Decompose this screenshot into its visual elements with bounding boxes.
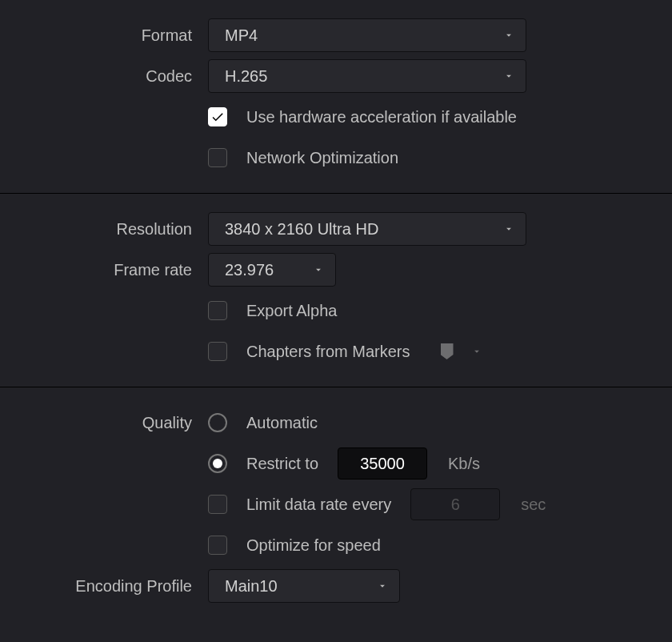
quality-auto-label: Automatic	[246, 414, 318, 432]
restrict-unit: Kb/s	[448, 455, 480, 473]
restrict-value-input[interactable]	[338, 447, 427, 479]
quality-restrict-label: Restrict to	[246, 455, 318, 473]
net-opt-label: Network Optimization	[246, 149, 398, 167]
marker-icon	[441, 343, 454, 359]
limit-rate-label: Limit data rate every	[246, 496, 391, 514]
resolution-select[interactable]: 3840 x 2160 Ultra HD	[208, 212, 526, 246]
chevron-down-icon	[503, 70, 514, 82]
chevron-down-icon	[503, 223, 514, 235]
quality-label: Quality	[0, 414, 208, 432]
limit-rate-value-input	[410, 488, 500, 520]
chapters-checkbox[interactable]	[208, 342, 227, 361]
resolution-label: Resolution	[0, 220, 208, 239]
export-alpha-label: Export Alpha	[246, 302, 337, 320]
quality-restrict-radio[interactable]	[208, 454, 227, 473]
export-alpha-checkbox[interactable]	[208, 301, 227, 320]
codec-select[interactable]: H.265	[208, 59, 526, 93]
format-select[interactable]: MP4	[208, 18, 526, 52]
chevron-down-icon	[503, 30, 514, 41]
codec-value: H.265	[225, 67, 267, 86]
hw-accel-label: Use hardware acceleration if available	[246, 108, 517, 126]
hw-accel-checkbox[interactable]	[208, 107, 227, 126]
limit-rate-unit: sec	[521, 496, 546, 514]
chevron-down-icon	[377, 580, 388, 592]
format-value: MP4	[225, 26, 258, 45]
quality-auto-radio[interactable]	[208, 413, 227, 432]
frame-rate-label: Frame rate	[0, 261, 208, 279]
frame-rate-value: 23.976	[225, 261, 274, 279]
encoding-profile-value: Main10	[225, 577, 278, 596]
codec-label: Codec	[0, 67, 208, 86]
limit-rate-checkbox[interactable]	[208, 495, 227, 514]
net-opt-checkbox[interactable]	[208, 148, 227, 167]
frame-rate-select[interactable]: 23.976	[208, 253, 336, 287]
optimize-speed-label: Optimize for speed	[246, 536, 381, 555]
chevron-down-icon[interactable]	[471, 346, 482, 357]
chapters-label: Chapters from Markers	[246, 343, 410, 361]
chevron-down-icon	[313, 264, 324, 275]
encoding-profile-label: Encoding Profile	[0, 577, 208, 596]
optimize-speed-checkbox[interactable]	[208, 536, 227, 555]
encoding-profile-select[interactable]: Main10	[208, 569, 400, 603]
check-icon	[210, 110, 225, 124]
resolution-value: 3840 x 2160 Ultra HD	[225, 220, 378, 239]
format-label: Format	[0, 26, 208, 45]
